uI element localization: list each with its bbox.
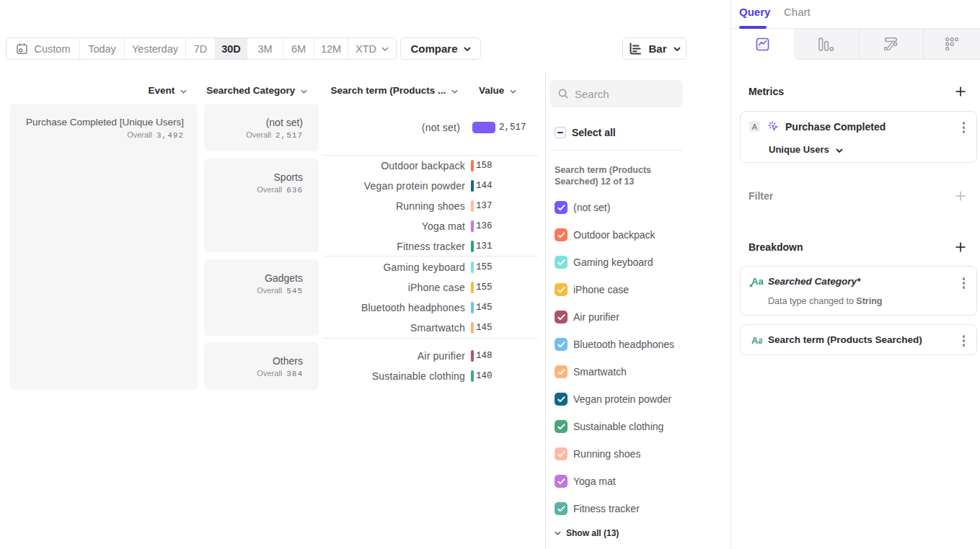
svg-text:*: * [749,282,753,293]
svg-text:Aa: Aa [751,276,764,287]
svg-text:Aa: Aa [751,335,762,346]
